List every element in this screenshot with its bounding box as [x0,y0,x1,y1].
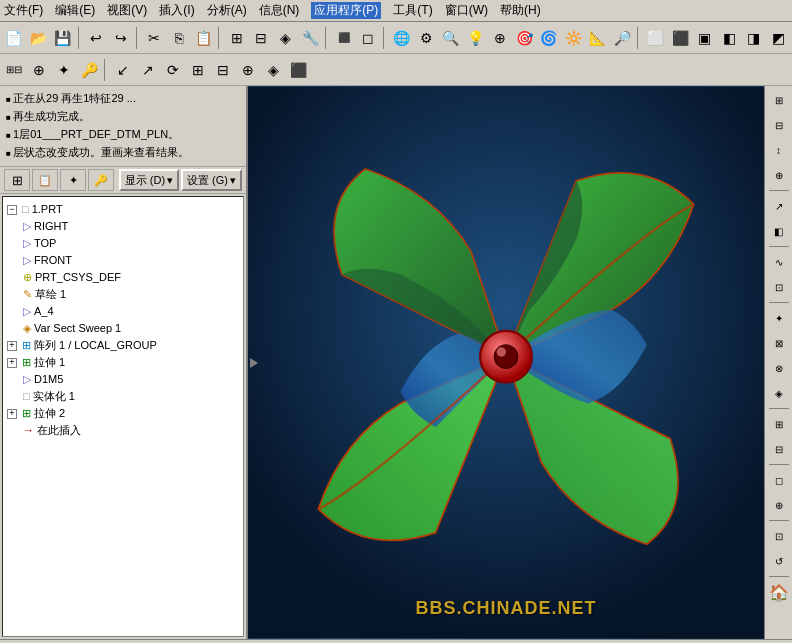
tb-btn-u[interactable]: ◨ [742,26,766,50]
tree-icon-right: ▷ [23,219,31,234]
menu-file[interactable]: 文件(F) [4,2,43,19]
tree-item-array[interactable]: + ⊞ 阵列 1 / LOCAL_GROUP [7,337,239,354]
tb2-btn-f[interactable]: ↗ [136,58,160,82]
tb2-btn-l[interactable]: ⬛ [286,58,310,82]
extrude2-expand[interactable]: + [7,409,17,419]
tb-btn-f[interactable]: ◻ [356,26,380,50]
tree-icon-4[interactable]: 🔑 [88,169,114,191]
tb2-btn-c[interactable]: ✦ [52,58,76,82]
3d-viewport[interactable]: BBS.CHINADE.NET [248,86,764,639]
rt-btn-19[interactable]: 🏠 [767,580,791,604]
menu-edit[interactable]: 编辑(E) [55,2,95,19]
menu-analysis[interactable]: 分析(A) [207,2,247,19]
tb-btn-q[interactable]: ⬜ [644,26,668,50]
tb-btn-r[interactable]: ⬛ [669,26,693,50]
tb2-btn-h[interactable]: ⊞ [186,58,210,82]
tree-icon-2[interactable]: 📋 [32,169,58,191]
tb-btn-a[interactable]: ⊞ [225,26,249,50]
tb-btn-o[interactable]: 📐 [586,26,610,50]
menu-applications[interactable]: 应用程序(P) [311,2,381,19]
tree-item-top[interactable]: ▷ TOP [23,235,239,252]
tb2-btn-b[interactable]: ⊕ [27,58,51,82]
tree-item-front[interactable]: ▷ FRONT [23,252,239,269]
tree-icon-1[interactable]: ⊞ [4,169,30,191]
tb-btn-i[interactable]: 🔍 [439,26,463,50]
rt-btn-8[interactable]: ⊡ [767,275,791,299]
open-btn[interactable]: 📂 [27,26,51,50]
tb2-btn-e[interactable]: ↙ [111,58,135,82]
tb-btn-l[interactable]: 🎯 [512,26,536,50]
rt-btn-1[interactable]: ⊞ [767,88,791,112]
rt-btn-7[interactable]: ∿ [767,250,791,274]
rt-btn-5[interactable]: ↗ [767,194,791,218]
root-expand[interactable]: − [7,205,17,215]
tree-item-a4[interactable]: ▷ A_4 [23,303,239,320]
settings-dropdown[interactable]: 设置 (G) ▾ [181,169,242,191]
rt-btn-13[interactable]: ⊞ [767,412,791,436]
rt-btn-10[interactable]: ⊠ [767,331,791,355]
menu-view[interactable]: 视图(V) [107,2,147,19]
tree-item-right[interactable]: ▷ RIGHT [23,218,239,235]
tree-item-insert-here[interactable]: → 在此插入 [23,422,239,439]
tb-btn-j[interactable]: 💡 [463,26,487,50]
undo-btn[interactable]: ↩ [84,26,108,50]
display-dropdown[interactable]: 显示 (D) ▾ [119,169,179,191]
panel-resize-arrow[interactable] [250,358,258,368]
paste-btn[interactable]: 📋 [191,26,215,50]
rt-btn-4[interactable]: ⊕ [767,163,791,187]
tb-btn-s[interactable]: ▣ [693,26,717,50]
tb2-btn-d[interactable]: 🔑 [77,58,101,82]
tree-item-extrude2[interactable]: + ⊞ 拉伸 2 [7,405,239,422]
menu-info[interactable]: 信息(N) [259,2,300,19]
model-tree[interactable]: − □ 1.PRT ▷ RIGHT ▷ TOP ▷ FRONT ⊕ P [2,196,244,637]
tb2-btn-k[interactable]: ◈ [261,58,285,82]
rt-btn-16[interactable]: ⊕ [767,493,791,517]
menu-insert[interactable]: 插入(I) [159,2,194,19]
copy-btn[interactable]: ⎘ [167,26,191,50]
rt-btn-11[interactable]: ⊗ [767,356,791,380]
tb-btn-g[interactable]: 🌐 [390,26,414,50]
tb-btn-d[interactable]: 🔧 [298,26,322,50]
tb2-btn-g[interactable]: ⟳ [161,58,185,82]
tb-btn-c[interactable]: ◈ [274,26,298,50]
menu-help[interactable]: 帮助(H) [500,2,541,19]
tb2-btn-j[interactable]: ⊕ [236,58,260,82]
tree-item-extrude1[interactable]: + ⊞ 拉伸 1 [7,354,239,371]
extrude1-expand[interactable]: + [7,358,17,368]
rt-btn-9[interactable]: ✦ [767,306,791,330]
save-btn[interactable]: 💾 [51,26,75,50]
rt-btn-14[interactable]: ⊟ [767,437,791,461]
tree-icon-3[interactable]: ✦ [60,169,86,191]
rt-btn-18[interactable]: ↺ [767,549,791,573]
tb2-btn-i[interactable]: ⊟ [211,58,235,82]
rt-btn-3[interactable]: ↕ [767,138,791,162]
rt-btn-17[interactable]: ⊡ [767,524,791,548]
menu-tools[interactable]: 工具(T) [393,2,432,19]
rt-btn-15[interactable]: ◻ [767,468,791,492]
tb-btn-v[interactable]: ◩ [767,26,791,50]
tb-btn-m[interactable]: 🌀 [537,26,561,50]
tb-btn-h[interactable]: ⚙ [414,26,438,50]
new-btn[interactable]: 📄 [2,26,26,50]
rt-btn-6[interactable]: ◧ [767,219,791,243]
tb-btn-n[interactable]: 🔆 [562,26,586,50]
tree-item-d1m5[interactable]: ▷ D1M5 [23,371,239,388]
tb-btn-b[interactable]: ⊟ [249,26,273,50]
redo-btn[interactable]: ↪ [109,26,133,50]
tree-item-solidify[interactable]: □ 实体化 1 [23,388,239,405]
tree-item-prt-csys[interactable]: ⊕ PRT_CSYS_DEF [23,269,239,286]
tb-btn-k[interactable]: ⊕ [488,26,512,50]
array-expand[interactable]: + [7,341,17,351]
rt-btn-2[interactable]: ⊟ [767,113,791,137]
tree-root[interactable]: − □ 1.PRT [7,201,239,218]
menu-window[interactable]: 窗口(W) [445,2,488,19]
tree-label-extrude2: 拉伸 2 [34,406,65,421]
tb-btn-p[interactable]: 🔎 [611,26,635,50]
rt-btn-12[interactable]: ◈ [767,381,791,405]
cut-btn[interactable]: ✂ [142,26,166,50]
tb-btn-e[interactable]: ⬛ [332,26,356,50]
tree-item-var-sect-sweep[interactable]: ◈ Var Sect Sweep 1 [23,320,239,337]
tree-item-sketch1[interactable]: ✎ 草绘 1 [23,286,239,303]
tb-btn-t[interactable]: ◧ [718,26,742,50]
tb2-btn-a[interactable]: ⊞⊟ [2,58,26,82]
